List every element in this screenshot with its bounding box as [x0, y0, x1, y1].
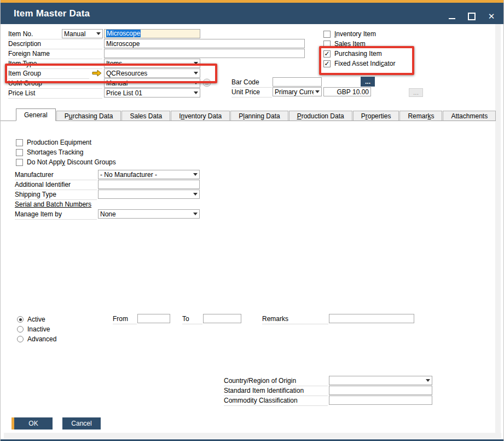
description-input[interactable]	[104, 39, 305, 48]
checkbox-box[interactable]: ✓	[323, 50, 331, 58]
chevron-down-icon	[424, 379, 432, 382]
radio-button[interactable]	[17, 316, 24, 323]
uom-list-icon[interactable]	[202, 78, 212, 88]
bar-code-browse-button[interactable]: ...	[361, 77, 375, 87]
from-input[interactable]	[137, 314, 170, 323]
radio-active[interactable]: Active	[17, 315, 45, 324]
minimize-icon[interactable]	[448, 12, 456, 21]
checkbox-shortages-tracking[interactable]: Shortages Tracking	[16, 148, 83, 157]
checkbox-label: Fixed Asset Indicator	[334, 60, 395, 67]
radio-button[interactable]	[17, 326, 24, 333]
tab-inventory-data[interactable]: Inventory Data	[171, 111, 230, 121]
unit-price-input[interactable]	[323, 87, 371, 96]
checkbox-label: Do Not Apply Discount Groups	[27, 158, 116, 166]
foreign-name-input[interactable]	[104, 49, 305, 58]
additional-identifier-input[interactable]	[98, 180, 200, 189]
price-list-label: Price List	[8, 88, 102, 99]
window-title: Item Master Data	[14, 8, 90, 19]
checkbox-box[interactable]	[16, 159, 23, 166]
country-of-origin-select[interactable]	[329, 376, 432, 385]
checkbox-box[interactable]	[323, 41, 331, 48]
checkbox-purchasing-item[interactable]: ✓Purchasing Item	[323, 49, 382, 58]
unit-price-label: Unit Price	[231, 87, 272, 98]
radio-label: Advanced	[27, 335, 56, 343]
tab-general[interactable]: General	[16, 108, 56, 121]
cancel-button[interactable]: Cancel	[62, 417, 101, 429]
uom-group-select[interactable]: Manual	[104, 78, 200, 88]
manufacturer-select[interactable]: - No Manufacturer -	[98, 170, 200, 179]
tab-planning-data[interactable]: Planning Data	[230, 111, 288, 121]
bar-code-label: Bar Code	[231, 77, 272, 88]
description-label: Description	[8, 39, 102, 49]
checkbox-label: Purchasing Item	[334, 50, 382, 58]
checkbox-label: Sales Item	[334, 40, 366, 48]
link-arrow-icon[interactable]	[91, 69, 102, 77]
to-input[interactable]	[203, 314, 241, 323]
shipping-type-label: Shipping Type	[15, 190, 97, 200]
uom-group-label: UoM Group	[8, 78, 102, 89]
price-list-select[interactable]: Price List 01	[104, 88, 200, 98]
commodity-classification-input[interactable]	[329, 396, 432, 405]
tab-properties[interactable]: Properties	[353, 111, 399, 121]
item-no-mode-select[interactable]: Manual	[62, 29, 103, 38]
unit-price-browse-button[interactable]: ...	[409, 88, 423, 97]
radio-label: Active	[27, 316, 45, 323]
radio-button[interactable]	[17, 336, 24, 342]
chevron-down-icon	[192, 213, 199, 215]
standard-item-id-input[interactable]	[329, 386, 432, 395]
tab-sales-data[interactable]: Sales Data	[121, 111, 170, 121]
chevron-down-icon	[192, 82, 200, 84]
bar-code-input[interactable]	[273, 77, 322, 87]
item-type-label: Item Type	[8, 59, 102, 69]
tab-attachments[interactable]: Attachments	[443, 111, 496, 121]
checkbox-label: Production Equipment	[27, 139, 91, 146]
checkbox-do-not-apply-discount-groups[interactable]: Do Not Apply Discount Groups	[16, 158, 116, 167]
maximize-icon[interactable]	[467, 12, 476, 21]
window-controls: ✕	[448, 5, 496, 27]
close-icon[interactable]: ✕	[487, 12, 496, 21]
radio-advanced[interactable]: Advanced	[17, 335, 56, 343]
tab-purchasing-data[interactable]: Purchasing Data	[56, 111, 121, 121]
checkbox-box[interactable]: ✓	[323, 60, 331, 67]
content-right-margin	[495, 24, 501, 433]
chevron-down-icon	[192, 173, 199, 176]
manufacturer-label: Manufacturer	[15, 170, 97, 180]
checkbox-fixed-asset-indicator[interactable]: ✓Fixed Asset Indicator	[323, 59, 395, 68]
checkbox-box[interactable]	[16, 149, 23, 156]
chevron-down-icon	[192, 91, 200, 94]
radio-inactive[interactable]: Inactive	[17, 325, 50, 334]
item-group-label: Item Group	[8, 68, 89, 79]
checkbox-inventory-item[interactable]: Inventory Item	[323, 30, 376, 38]
checkbox-sales-item[interactable]: Sales Item	[323, 39, 366, 48]
ok-button[interactable]: OK	[11, 417, 53, 429]
status-strip	[4, 433, 501, 439]
chevron-down-icon	[192, 193, 199, 196]
from-label: From	[113, 314, 137, 324]
manage-item-by-select[interactable]: None	[98, 209, 200, 219]
title-bar: Item Master Data ✕	[1, 0, 503, 24]
remarks-input[interactable]	[329, 314, 414, 323]
country-of-origin-label: Country/Region of Origin	[224, 376, 328, 386]
shipping-type-select[interactable]	[98, 190, 200, 199]
item-master-data-window: Item Master Data ✕ Item No. Manual Micro…	[0, 0, 504, 441]
checkbox-label: Shortages Tracking	[27, 148, 83, 156]
tab-bar: GeneralPurchasing DataSales DataInventor…	[1, 108, 496, 121]
checkbox-production-equipment[interactable]: Production Equipment	[16, 138, 91, 147]
standard-item-id-label: Standard Item Identification	[224, 386, 328, 396]
chevron-down-icon	[192, 72, 200, 75]
checkbox-label: Inventory Item	[334, 30, 376, 38]
item-group-select[interactable]: QCResources	[104, 68, 200, 78]
tab-remarks[interactable]: Remarks	[399, 111, 442, 121]
tab-production-data[interactable]: Production Data	[289, 111, 352, 121]
checkbox-box[interactable]	[323, 31, 331, 38]
foreign-name-label: Foreign Name	[8, 49, 102, 59]
unit-price-currency-select[interactable]: Primary Currency	[273, 87, 322, 96]
chevron-down-icon	[95, 32, 102, 35]
manage-item-by-label: Manage Item by	[15, 209, 97, 220]
item-no-input[interactable]: Microscope	[104, 29, 200, 38]
radio-label: Inactive	[27, 325, 50, 333]
chevron-down-icon	[192, 62, 200, 65]
checkbox-box[interactable]	[16, 139, 23, 146]
to-label: To	[182, 314, 202, 324]
item-type-select[interactable]: Items	[104, 59, 200, 68]
